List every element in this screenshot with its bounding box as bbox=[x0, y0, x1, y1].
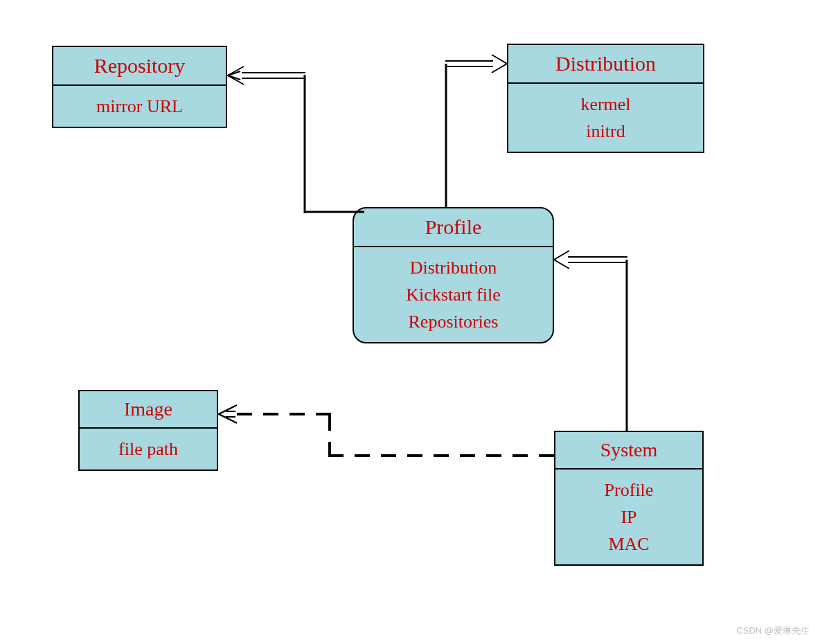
repository-box: Repository mirror URL bbox=[52, 46, 227, 128]
profile-body-line2: Kickstart file bbox=[368, 281, 539, 308]
distribution-body: kermel initrd bbox=[508, 84, 703, 152]
connector-system-to-profile bbox=[554, 251, 627, 431]
image-title: Image bbox=[80, 391, 217, 429]
profile-box: Profile Distribution Kickstart file Repo… bbox=[353, 207, 554, 343]
system-title: System bbox=[555, 432, 702, 469]
system-body: Profile IP MAC bbox=[555, 469, 702, 564]
image-body: file path bbox=[80, 429, 217, 469]
connector-profile-to-distribution bbox=[445, 55, 507, 207]
profile-title: Profile bbox=[354, 208, 553, 247]
connector-profile-to-repository bbox=[228, 66, 364, 213]
profile-body: Distribution Kickstart file Repositories bbox=[354, 247, 553, 342]
profile-body-line3: Repositories bbox=[368, 308, 539, 335]
distribution-body-line2: initrd bbox=[522, 118, 689, 145]
system-body-line1: Profile bbox=[569, 476, 688, 503]
distribution-body-line1: kermel bbox=[522, 91, 689, 118]
repository-title: Repository bbox=[53, 47, 226, 86]
repository-body: mirror URL bbox=[53, 86, 226, 127]
distribution-box: Distribution kermel initrd bbox=[507, 44, 704, 153]
system-box: System Profile IP MAC bbox=[554, 431, 704, 566]
image-box: Image file path bbox=[78, 390, 218, 471]
system-body-line3: MAC bbox=[569, 530, 688, 557]
connector-system-to-image bbox=[219, 405, 554, 457]
system-body-line2: IP bbox=[569, 503, 688, 530]
distribution-title: Distribution bbox=[508, 45, 703, 84]
watermark: CSDN @爱琳先生 bbox=[736, 625, 810, 637]
profile-body-line1: Distribution bbox=[368, 254, 539, 281]
